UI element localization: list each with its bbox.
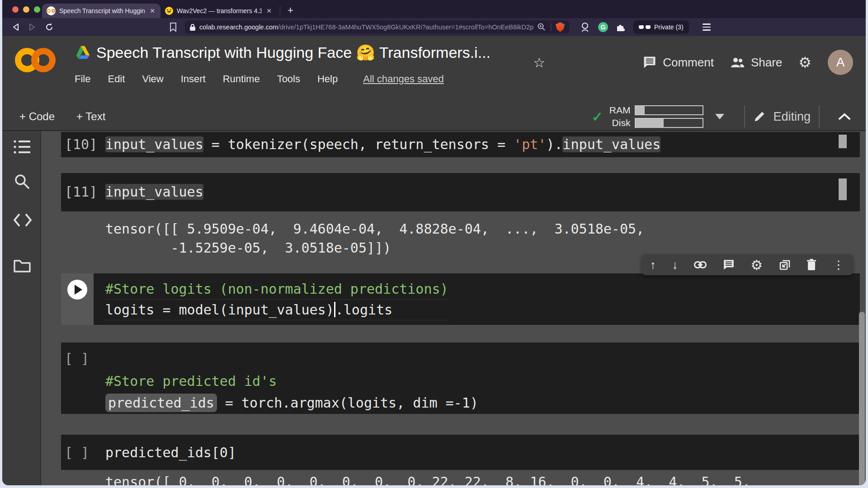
comment-icon[interactable] [723,259,735,271]
brave-shield-icon[interactable]: 14 [556,22,565,32]
add-text-button[interactable]: + Text [76,110,105,123]
move-cell-down-icon[interactable]: ↓ [672,258,678,272]
comment-button[interactable]: Comment [643,56,714,70]
code-cell-10[interactable]: [10] input_values = tokenizer(speech, re… [61,132,860,157]
files-folder-icon[interactable] [13,258,31,273]
share-button[interactable]: Share [730,56,782,70]
cell-settings-gear-icon[interactable]: ⚙ [750,257,763,273]
divider [819,106,820,127]
divider [551,23,551,31]
cell-scrollbar[interactable] [839,135,847,148]
resource-monitor[interactable]: RAM Disk [609,105,704,128]
macos-window-controls[interactable] [12,6,40,13]
code-line[interactable]: logits = model(input_values).logits [105,299,448,320]
browser-menu-icon[interactable] [703,23,711,31]
star-icon[interactable]: ☆ [533,55,545,70]
code-snippets-icon[interactable] [13,213,32,227]
reload-button[interactable] [45,23,54,32]
link-icon[interactable] [694,261,707,268]
notebook-main: [10] input_values = tokenizer(speech, re… [2,131,866,485]
disk-label: Disk [612,117,631,128]
new-tab-button[interactable]: + [283,5,298,16]
close-window-button[interactable] [12,6,19,13]
output-line: tensor([[ 5.9509e-04, 9.4604e-04, 4.8828… [105,220,644,239]
table-of-contents-icon[interactable] [13,139,31,155]
menu-edit[interactable]: Edit [108,73,125,85]
grammarly-icon[interactable]: G [598,22,608,32]
execution-count: [ ] [65,445,89,460]
menu-file[interactable]: File [75,73,90,85]
notebook-title[interactable]: Speech Transcript with Hugging Face 🤗 Tr… [96,43,491,61]
add-code-button[interactable]: + Code [19,110,55,123]
code-line[interactable]: predicted_ids = torch.argmax(logits, dim… [105,392,478,414]
code-line[interactable]: input_values [105,184,203,200]
page-scrollbar[interactable] [859,312,865,485]
cell-output: tensor([[ 5.9509e-04, 9.4604e-04, 4.8828… [105,220,644,258]
menu-tools[interactable]: Tools [277,73,300,85]
browser-window: Speech Transcript with Hugging ✕ Wav2Vec… [2,0,866,485]
code-comment-line[interactable]: #Store predicted id's [105,371,478,392]
colab-header: Speech Transcript with Hugging Face 🤗 Tr… [2,36,866,103]
comment-label: Comment [663,56,714,70]
url-domain: colab.research.google.com [199,23,278,31]
tab-wav2vec2[interactable]: Wav2Vec2 — transformers 4.3.0 ✕ [160,4,277,18]
move-cell-up-icon[interactable]: ↑ [650,258,656,272]
close-tab-icon[interactable]: ✕ [149,7,156,14]
menu-view[interactable]: View [142,73,163,85]
tab-colab[interactable]: Speech Transcript with Hugging ✕ [42,4,160,18]
address-bar[interactable]: colab.research.google.com /drive/1pTkj1H… [185,20,569,34]
private-window-badge[interactable]: Private (3) [633,20,689,34]
divider [744,106,745,127]
code-line[interactable]: predicted_ids[0] [105,445,236,460]
colab-favicon-icon [47,6,56,15]
code-line[interactable]: input_values = tokenizer(speech, return_… [105,136,660,152]
run-cell-button[interactable] [67,280,87,300]
menu-help[interactable]: Help [317,73,338,85]
cell-scrollbar[interactable] [839,178,847,200]
open-in-tab-icon[interactable] [779,259,791,271]
back-button[interactable] [12,23,19,31]
zoom-icon[interactable] [537,23,546,32]
lock-icon [189,23,196,31]
search-icon[interactable] [13,173,30,190]
code-cell-predicted-ids[interactable]: [ ] #Store predicted id's predicted_ids … [61,343,860,414]
code-cell-predicted-ids-0[interactable]: [ ] predicted_ids[0] [61,435,860,470]
share-label: Share [751,56,782,70]
close-tab-icon[interactable]: ✕ [265,7,273,14]
shield-badge: 14 [561,19,570,25]
disk-usage-bar [635,118,703,128]
drive-icon [75,45,91,60]
settings-gear-icon[interactable]: ⚙ [798,54,811,71]
minimize-window-button[interactable] [23,6,29,13]
forward-button[interactable] [28,23,36,31]
active-code-cell[interactable]: #Store logits (non-normalized prediction… [61,273,860,325]
zoom-window-button[interactable] [34,6,40,13]
extensions-puzzle-icon[interactable] [615,22,626,33]
bookmark-icon[interactable] [170,23,177,32]
menu-insert[interactable]: Insert [181,73,206,85]
comment-icon [643,56,656,69]
notebook-scroll-area[interactable]: [10] input_values = tokenizer(speech, re… [41,131,866,485]
tab-title: Speech Transcript with Hugging [59,7,145,14]
left-sidebar [2,131,41,485]
editing-label: Editing [773,110,811,124]
resources-dropdown-icon[interactable] [715,114,724,119]
editing-mode-button[interactable]: Editing [753,110,811,124]
colab-logo-icon[interactable] [15,46,57,75]
avatar[interactable]: A [828,50,853,75]
collapse-toolbar-icon[interactable] [838,113,851,121]
execution-count: [10] [65,136,97,152]
code-cell-11[interactable]: [11] input_values [61,173,860,211]
ram-usage-bar [635,105,703,115]
menu-bar: File Edit View Insert Runtime Tools Help… [75,73,444,85]
code-comment-line[interactable]: #Store logits (non-normalized prediction… [105,279,448,299]
execution-count: [11] [65,184,97,200]
tab-divider [280,6,280,15]
delete-cell-trash-icon[interactable] [807,259,816,271]
save-status[interactable]: All changes saved [363,73,444,85]
more-actions-icon[interactable]: ⋮ [833,258,844,272]
menu-runtime[interactable]: Runtime [223,73,260,85]
people-icon [730,56,745,68]
profile-extension-icon[interactable] [580,22,591,33]
url-path: /drive/1pTkj1HE768-3aM4huTWX5og8GkUKxKRi… [278,23,534,31]
